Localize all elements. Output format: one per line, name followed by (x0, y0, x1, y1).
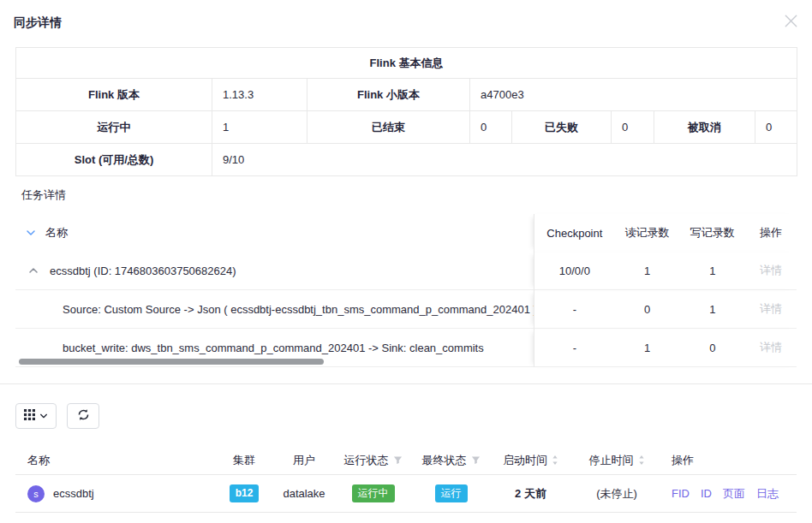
refresh-icon (77, 408, 90, 424)
flink-info-table: Flink 基本信息 Flink 版本 1.13.3 Flink 小版本 a47… (15, 47, 797, 176)
jobs-toolbar (15, 403, 797, 429)
final-status-badge: 运行 (435, 484, 468, 502)
log-link[interactable]: 日志 (756, 486, 779, 502)
job-start-time: 2 天前 (489, 486, 572, 502)
flink-minor-version-label: Flink 小版本 (307, 79, 470, 111)
close-icon (785, 17, 797, 30)
failed-value: 0 (612, 111, 654, 144)
jobs-col-final-status: 最终状态 (413, 453, 489, 468)
task-read-count: 0 (615, 303, 680, 316)
slot-label: Slot (可用/总数) (16, 144, 212, 176)
task-row-job: ecssdbtj (ID: 1746803603750682624) 10/0/… (15, 252, 797, 290)
job-name: ecssdbtj (53, 487, 94, 500)
avatar: s (27, 485, 45, 502)
task-checkpoint: 10/0/0 (534, 264, 615, 277)
run-status-badge: 运行中 (352, 484, 395, 502)
grid-icon (24, 409, 35, 423)
task-write-count: 0 (679, 342, 745, 354)
flink-minor-version-value: a4700e3 (470, 79, 797, 111)
id-link[interactable]: ID (701, 487, 712, 500)
expand-all-icon[interactable] (26, 228, 36, 238)
jobs-col-name: 名称 (15, 453, 213, 468)
chevron-down-icon (39, 410, 48, 423)
jobs-col-action: 操作 (661, 453, 797, 468)
stop-time-label: 停止时间 (589, 453, 634, 468)
start-time-label: 启动时间 (503, 453, 547, 468)
task-write-count: 1 (679, 303, 745, 316)
jobs-col-cluster: 集群 (213, 453, 275, 468)
page-link[interactable]: 页面 (723, 486, 745, 502)
cluster-badge: b12 (230, 484, 260, 502)
task-table-header: 名称 Checkpoint 读记录数 写记录数 操作 (15, 214, 797, 252)
final-status-label: 最终状态 (422, 453, 467, 468)
filter-icon[interactable] (471, 455, 481, 465)
task-name: ecssdbtj (ID: 1746803603750682624) (50, 264, 236, 277)
jobs-col-run-status: 运行状态 (333, 453, 413, 468)
task-checkpoint: - (534, 303, 615, 316)
sorter-icon[interactable] (638, 455, 645, 466)
column-settings-button[interactable] (15, 403, 57, 429)
horizontal-scrollbar[interactable] (19, 359, 324, 365)
task-detail-link[interactable]: 详情 (745, 263, 797, 278)
job-row: s ecssdbtj b12 datalake 运行中 运行 2 天前 (未停止… (15, 475, 797, 513)
flink-version-label: Flink 版本 (16, 79, 212, 111)
filter-icon[interactable] (393, 455, 403, 465)
fid-link[interactable]: FID (672, 487, 690, 500)
finished-value: 0 (470, 111, 512, 144)
task-detail-link[interactable]: 详情 (745, 301, 797, 317)
jobs-table: 名称 集群 用户 运行状态 最终状态 启动时间 (15, 446, 797, 513)
collapse-row-icon[interactable] (28, 265, 39, 276)
running-value: 1 (212, 111, 307, 144)
close-button[interactable] (784, 15, 797, 28)
task-col-name: 名称 (45, 225, 68, 241)
jobs-table-header: 名称 集群 用户 运行状态 最终状态 启动时间 (15, 446, 797, 475)
jobs-col-user: 用户 (275, 453, 333, 468)
task-read-count: 1 (615, 342, 680, 354)
failed-label: 已失败 (512, 111, 612, 144)
task-section-title: 任务详情 (21, 187, 797, 204)
task-table: 名称 Checkpoint 读记录数 写记录数 操作 ecssdbtj (ID:… (15, 214, 797, 367)
task-write-count: 1 (679, 264, 745, 277)
task-name: Source: Custom Source -> Json ( ecssdbtj… (63, 303, 534, 316)
cancelled-value: 0 (755, 111, 797, 144)
refresh-button[interactable] (67, 403, 99, 429)
task-name: bucket_write: dws_tbn_sms_command_p_comm… (63, 342, 484, 354)
section-divider (0, 383, 812, 384)
slot-value: 9/10 (212, 144, 797, 176)
jobs-col-stop-time[interactable]: 停止时间 (572, 453, 661, 468)
run-status-label: 运行状态 (344, 453, 389, 468)
task-detail-link[interactable]: 详情 (745, 340, 797, 355)
cancelled-label: 被取消 (654, 111, 755, 144)
task-col-read: 读记录数 (615, 225, 680, 241)
job-user: datalake (275, 487, 333, 500)
task-col-action: 操作 (745, 225, 797, 241)
job-stop-time: (未停止) (572, 486, 661, 502)
sorter-icon[interactable] (552, 455, 558, 466)
task-read-count: 1 (615, 264, 680, 277)
flink-version-value: 1.13.3 (212, 79, 307, 111)
task-checkpoint: - (534, 342, 615, 354)
task-row-source: Source: Custom Source -> Json ( ecssdbtj… (15, 290, 797, 329)
dialog-title: 同步详情 (14, 15, 62, 29)
flink-info-title: Flink 基本信息 (16, 48, 797, 79)
jobs-col-start-time[interactable]: 启动时间 (489, 453, 572, 468)
dialog-header: 同步详情 (0, 0, 812, 33)
running-label: 运行中 (16, 111, 212, 144)
finished-label: 已结束 (307, 111, 470, 144)
task-col-write: 写记录数 (679, 225, 745, 241)
task-col-checkpoint: Checkpoint (534, 227, 615, 240)
